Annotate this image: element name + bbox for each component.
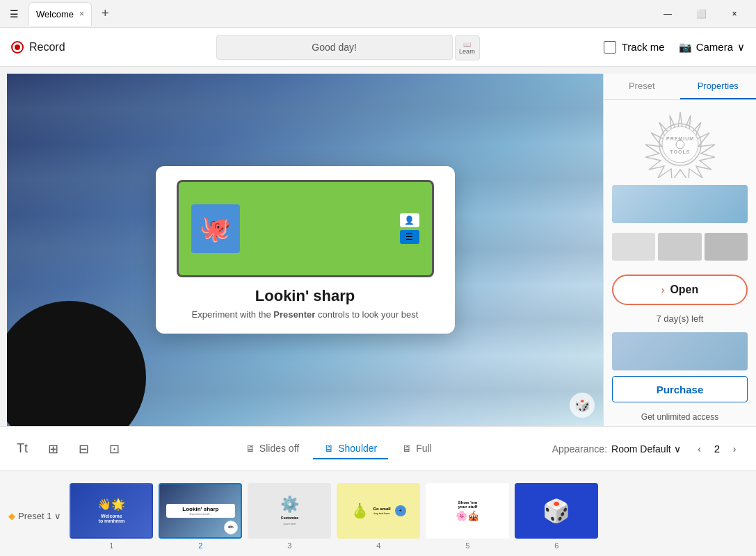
appearance-label: Appearance: xyxy=(552,443,607,455)
card-preview: 🐙 👤 ☰ xyxy=(177,180,434,277)
appearance-chevron-icon: ∨ xyxy=(674,443,681,455)
right-panel: Preset Properties PREMIUM TOOLS xyxy=(603,74,756,426)
grid-tool-icon[interactable]: ⊟ xyxy=(72,438,95,460)
learn-button[interactable]: 📖 Learn xyxy=(455,35,480,60)
full-label: Full xyxy=(416,443,432,454)
tab-properties[interactable]: Properties xyxy=(680,74,757,99)
camera-chevron-icon: ∨ xyxy=(737,41,745,54)
appearance-section: Appearance: Room Default ∨ xyxy=(552,443,681,455)
slide-strip: ◆ Preset 1 ∨ 👋🌟 Welcometo mmhmm 1 Lookin… xyxy=(0,471,756,556)
record-icon xyxy=(11,41,24,54)
card-title: Lookin' sharp xyxy=(177,287,434,305)
edit-icon: ✏ xyxy=(224,521,238,534)
prev-page-button[interactable]: ‹ xyxy=(689,439,710,459)
slide-number-5: 5 xyxy=(465,541,469,550)
small-thumbnails xyxy=(612,233,748,261)
window-controls: — ⬜ × xyxy=(652,3,750,25)
bottom-toolbar: Tt ⊞ ⊟ ⊡ 🖥 Slides off 🖥 Shoulder 🖥 Full … xyxy=(0,426,756,471)
slides-row: 👋🌟 Welcometo mmhmm 1 Lookin' sharp Exper… xyxy=(70,483,598,550)
premium-badge-svg: PREMIUM TOOLS xyxy=(645,108,715,178)
slide-thumb-6[interactable]: 🎲 6 xyxy=(515,483,598,550)
slide-image-4: 🍐 Go smalltiny text here + xyxy=(337,483,420,539)
open-button-container: › Open xyxy=(604,269,756,311)
slide-thumb-1[interactable]: 👋🌟 Welcometo mmhmm 1 xyxy=(70,483,153,550)
camera-label: Camera xyxy=(696,41,733,53)
purchase-button[interactable]: Purchase xyxy=(612,376,748,402)
learn-label: Learn xyxy=(459,48,475,55)
preset-chevron-icon: ∨ xyxy=(54,511,61,521)
minimize-button[interactable]: — xyxy=(652,3,684,25)
open-chevron-icon: › xyxy=(661,284,665,295)
slide-corner-icon[interactable]: 🎲 xyxy=(570,393,595,418)
camera-button[interactable]: 📷 Camera ∨ xyxy=(679,41,745,54)
slide-viewer: 🐙 👤 ☰ Lookin' sharp Experiment with the … xyxy=(7,74,603,426)
slide-thumb-5[interactable]: Show 'emyour stuff 🌸🎪 5 xyxy=(426,483,509,550)
open-label: Open xyxy=(670,284,698,296)
tab-close-icon[interactable]: × xyxy=(79,9,84,19)
slide-content: 🐙 👤 ☰ Lookin' sharp Experiment with the … xyxy=(7,74,603,426)
slide-thumb-3[interactable]: ⚙️ Customize your room 3 xyxy=(248,483,331,550)
slide-image-5: Show 'emyour stuff 🌸🎪 xyxy=(426,483,509,539)
slide-6-icon: 🎲 xyxy=(542,498,570,524)
full-icon: 🖥 xyxy=(402,443,412,454)
text-tool-icon[interactable]: Tt xyxy=(11,438,33,460)
record-button[interactable]: Record xyxy=(11,41,65,54)
slide-image-1: 👋🌟 Welcometo mmhmm xyxy=(70,483,153,539)
view-tabs: 🖥 Slides off 🖥 Shoulder 🖥 Full xyxy=(234,439,443,459)
nav-buttons: ‹ 2 › xyxy=(689,439,745,459)
maximize-button[interactable]: ⬜ xyxy=(685,3,717,25)
tab-shoulder[interactable]: 🖥 Shoulder xyxy=(313,439,388,459)
close-window-button[interactable]: × xyxy=(718,3,750,25)
slide-thumb-2[interactable]: Lookin' sharp Experiment with... ✏ 2 xyxy=(159,483,242,550)
svg-text:TOOLS: TOOLS xyxy=(670,149,690,154)
purchase-section: Purchase xyxy=(604,327,756,408)
toolbar-right: Track me 📷 Camera ∨ xyxy=(604,41,745,54)
slide-image-3: ⚙️ Customize your room xyxy=(248,483,331,539)
good-day-box: Good day! 📖 Learn xyxy=(216,35,453,60)
slide-number-1: 1 xyxy=(109,541,113,550)
page-number: 2 xyxy=(714,443,720,455)
preview-thumbnail xyxy=(612,185,748,223)
shoulder-label: Shoulder xyxy=(338,443,377,454)
get-unlimited-text: Get unlimited access xyxy=(604,408,756,426)
track-me-checkbox[interactable] xyxy=(604,41,616,54)
slide-image-6: 🎲 xyxy=(515,483,598,539)
appearance-dropdown[interactable]: Room Default ∨ xyxy=(611,443,681,455)
tab-slides-off[interactable]: 🖥 Slides off xyxy=(234,439,310,459)
card-description: Experiment with the Presenter controls t… xyxy=(177,309,434,320)
tab-welcome[interactable]: Welcome × xyxy=(29,2,92,26)
new-tab-button[interactable]: + xyxy=(97,6,113,21)
layout-tool-icon[interactable]: ⊞ xyxy=(42,438,64,460)
export-tool-icon[interactable]: ⊡ xyxy=(103,438,125,460)
days-left: 7 day(s) left xyxy=(604,311,756,327)
svg-point-2 xyxy=(662,126,698,163)
open-button[interactable]: › Open xyxy=(612,275,748,305)
slide-thumb-4[interactable]: 🍐 Go smalltiny text here + 4 xyxy=(337,483,420,550)
premium-badge: PREMIUM TOOLS xyxy=(645,108,715,178)
next-page-button[interactable]: › xyxy=(724,439,745,459)
main-content: 🐙 👤 ☰ Lookin' sharp Experiment with the … xyxy=(0,67,756,426)
slide-image-2: Lookin' sharp Experiment with... ✏ xyxy=(159,483,242,539)
small-thumb-1 xyxy=(612,233,655,261)
preset-label[interactable]: ◆ Preset 1 ∨ xyxy=(8,511,61,521)
right-panel-tabs: Preset Properties xyxy=(604,74,756,100)
slides-off-icon: 🖥 xyxy=(246,443,255,454)
slide-number-4: 4 xyxy=(376,541,380,550)
toolbar: Record Good day! 📖 Learn Track me 📷 Came… xyxy=(0,28,756,67)
tab-title: Welcome xyxy=(36,9,74,19)
slide-number-6: 6 xyxy=(554,541,558,550)
record-label: Record xyxy=(29,41,65,54)
tab-preset[interactable]: Preset xyxy=(604,74,680,99)
record-dot xyxy=(15,44,20,50)
tab-full[interactable]: 🖥 Full xyxy=(391,439,443,459)
lookin-sharp-card: 🐙 👤 ☰ Lookin' sharp Experiment with the … xyxy=(156,166,455,334)
small-thumb-2 xyxy=(658,233,701,261)
titlebar: ☰ Welcome × + — ⬜ × xyxy=(0,0,756,28)
menu-icon[interactable]: ☰ xyxy=(6,6,23,22)
track-me-control[interactable]: Track me xyxy=(604,41,665,54)
premium-section: PREMIUM TOOLS xyxy=(604,100,756,269)
slide-number-2: 2 xyxy=(198,541,202,550)
shoulder-icon: 🖥 xyxy=(324,443,334,454)
purchase-preview xyxy=(612,332,748,370)
track-me-label: Track me xyxy=(622,41,665,53)
